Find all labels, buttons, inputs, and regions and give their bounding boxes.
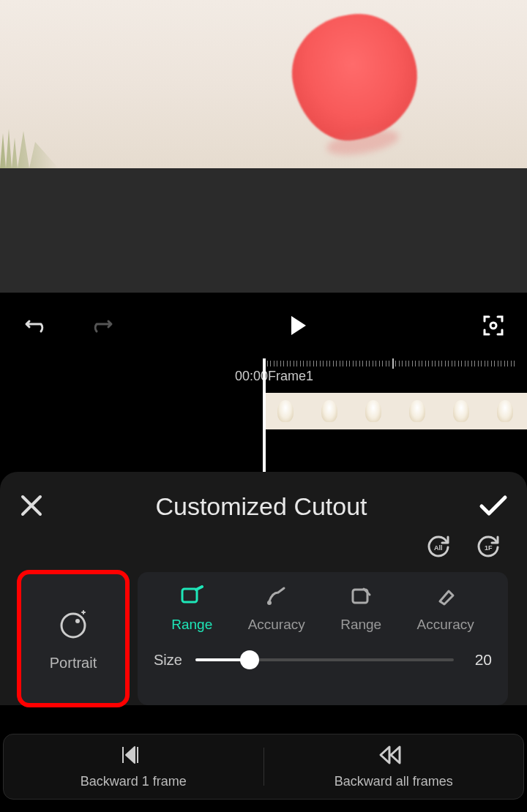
eraser-accuracy-tab[interactable]: Accuracy [417, 585, 474, 633]
svg-point-3 [61, 614, 85, 637]
confirm-button[interactable] [479, 495, 508, 519]
time-label: 00:00Frame1 [235, 369, 313, 384]
player-controls [0, 293, 527, 358]
size-value: 20 [467, 651, 492, 669]
brush-range-icon [180, 585, 203, 611]
brush-accuracy-tab[interactable]: Accuracy [248, 585, 305, 633]
frame-nav-row: Backward 1 frame Backward all frames [3, 734, 524, 800]
backward-1-icon [119, 744, 148, 770]
cutout-panel: Customized Cutout All 1F Portrait Range [0, 472, 527, 705]
timeline[interactable]: 00:00Frame1 [0, 358, 527, 472]
eraser-range-tab[interactable]: Range [340, 585, 381, 633]
svg-point-4 [75, 619, 80, 623]
timeline-ruler [264, 358, 527, 369]
brush-range-tab[interactable]: Range [171, 585, 212, 633]
preview-image [0, 0, 527, 168]
undo-button[interactable] [22, 315, 47, 336]
video-preview[interactable] [0, 0, 527, 293]
clip-filmstrip[interactable] [264, 391, 527, 435]
close-button[interactable] [19, 493, 44, 521]
size-label: Size [154, 652, 182, 669]
panel-title: Customized Cutout [44, 492, 479, 521]
fullscreen-button[interactable] [482, 314, 505, 337]
portrait-mode-button[interactable]: Portrait [19, 572, 127, 705]
svg-text:All: All [434, 544, 443, 552]
portrait-icon [56, 606, 91, 644]
cutout-subject [283, 5, 427, 149]
brush-accuracy-icon [265, 585, 288, 611]
redo-button[interactable] [91, 315, 116, 336]
svg-point-0 [490, 323, 496, 328]
svg-rect-5 [182, 589, 197, 602]
backward-1-frame-button[interactable]: Backward 1 frame [4, 734, 264, 799]
backward-all-frames-button[interactable]: Backward all frames [264, 734, 524, 799]
portrait-label: Portrait [50, 655, 97, 672]
eraser-range-icon [349, 585, 373, 611]
preview-grass [0, 124, 59, 168]
playhead[interactable] [263, 358, 266, 472]
svg-text:1F: 1F [485, 544, 493, 552]
reset-frame-button[interactable]: 1F [476, 534, 501, 562]
slider-knob[interactable] [240, 650, 259, 669]
eraser-accuracy-icon [434, 585, 457, 611]
size-slider[interactable] [195, 649, 454, 671]
reset-all-button[interactable]: All [426, 534, 451, 562]
play-button[interactable] [289, 315, 308, 337]
brush-tools-card: Range Accuracy Range Accuracy Size [138, 572, 508, 705]
backward-all-icon [378, 744, 410, 770]
svg-point-6 [267, 601, 272, 605]
